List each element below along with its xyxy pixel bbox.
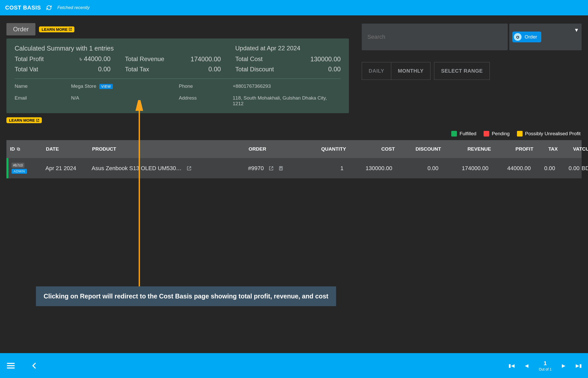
th-vat[interactable]: VAT — [558, 146, 582, 152]
search-input[interactable] — [362, 24, 508, 50]
monthly-button[interactable]: MONTHLY — [391, 62, 430, 80]
phone-value: +8801767366293 — [233, 83, 341, 89]
learn-more-button-bottom[interactable]: LEARN MORE — [6, 117, 42, 123]
total-discount-label: Total Discount — [235, 66, 274, 73]
annotation-arrow-icon — [135, 100, 143, 290]
pager-first-icon[interactable]: ▮◀ — [508, 363, 515, 369]
open-product-icon[interactable] — [187, 166, 191, 171]
annotation-callout: Clicking on Report will redirect to the … — [36, 286, 336, 306]
total-cost-label: Total Cost — [235, 55, 263, 63]
product-name: Asus Zenbook S13 OLED UM530… — [92, 165, 182, 172]
possibly-swatch — [517, 131, 523, 137]
total-revenue-label: Total Revenue — [125, 55, 164, 63]
open-order-icon[interactable] — [269, 166, 273, 171]
type-chip: O Order — [512, 32, 541, 42]
store-name: Mega Store — [71, 83, 96, 89]
th-revenue[interactable]: REVENUE — [441, 146, 491, 152]
legend-possibly: Possibly Unrealised Profit — [525, 131, 581, 137]
page-title: COST BASIS — [5, 4, 41, 11]
cell-tax: 0.00 — [532, 165, 556, 172]
copy-icon — [16, 147, 21, 151]
type-select[interactable]: O Order ▼ — [509, 24, 582, 50]
view-store-button[interactable]: VIEW — [99, 84, 113, 89]
th-order[interactable]: ORDER — [249, 146, 305, 152]
svg-rect-1 — [17, 148, 19, 150]
refresh-icon[interactable] — [46, 5, 52, 11]
orders-table: ID DATE PRODUCT ORDER QUANTITY COST DISC… — [6, 140, 582, 178]
tab-order[interactable]: Order — [6, 23, 35, 35]
total-tax-label: Total Tax — [125, 66, 149, 73]
svg-point-7 — [280, 169, 280, 169]
external-link-icon — [36, 119, 39, 122]
th-tax[interactable]: TAX — [533, 146, 558, 152]
table-header-row: ID DATE PRODUCT ORDER QUANTITY COST DISC… — [6, 140, 582, 158]
svg-point-5 — [281, 168, 281, 169]
fulfilled-swatch — [451, 131, 457, 137]
cell-quantity: 1 — [303, 165, 345, 172]
filter-pane: O Order ▼ DAILY MONTHLY SELECT RANGE — [362, 23, 582, 123]
pager-number: 1 — [539, 360, 552, 367]
total-revenue-value: 174000.00 — [191, 55, 235, 63]
name-label: Name — [15, 83, 71, 89]
type-chip-text: Order — [525, 34, 537, 40]
svg-rect-3 — [280, 167, 282, 168]
pending-swatch — [484, 131, 489, 137]
cell-product: Asus Zenbook S13 OLED UM530… — [91, 165, 247, 172]
order-number: #9970 — [248, 165, 264, 172]
th-id[interactable]: ID — [10, 146, 46, 152]
total-tax-value: 0.00 — [208, 65, 235, 73]
email-value: N/A — [71, 95, 179, 106]
legend-pending: Pending — [492, 131, 510, 137]
legend-fulfilled: Fulfilled — [459, 131, 476, 137]
bottom-bar: ▮◀ ◀ 1 Out of 1 ▶ ▶▮ — [0, 353, 588, 378]
table-row[interactable]: #b7c0 ADMIN Apr 21 2024 Asus Zenbook S13… — [6, 158, 582, 178]
total-profit-value: ৳ 44000.00 — [80, 55, 125, 63]
phone-label: Phone — [179, 83, 233, 89]
pager-out-of: Out of 1 — [539, 367, 552, 371]
address-label: Address — [179, 95, 233, 106]
th-discount[interactable]: DISCOUNT — [395, 146, 441, 152]
svg-point-9 — [281, 169, 282, 169]
back-icon[interactable] — [31, 362, 38, 369]
pager-prev-icon[interactable]: ◀ — [525, 363, 528, 369]
summary-title: Calculated Summary with 1 entries — [15, 45, 235, 52]
learn-more-label-2: LEARN MORE — [9, 118, 35, 122]
total-vat-label: Total Vat — [15, 66, 38, 73]
pager-last-icon[interactable]: ▶▮ — [576, 363, 582, 369]
pager-next-icon[interactable]: ▶ — [562, 363, 565, 369]
total-profit-label: Total Profit — [15, 55, 44, 63]
email-label: Email — [15, 95, 71, 106]
cell-discount: 0.00 — [393, 165, 439, 172]
cell-date: Apr 21 2024 — [44, 165, 91, 172]
type-chip-initial: O — [514, 33, 522, 41]
cell-revenue: 174000.00 — [439, 165, 489, 172]
chevron-down-icon: ▼ — [574, 27, 579, 33]
daily-button[interactable]: DAILY — [362, 62, 391, 80]
th-product[interactable]: PRODUCT — [92, 146, 249, 152]
cell-id: #b7c0 ADMIN — [8, 163, 44, 174]
select-range-button[interactable]: SELECT RANGE — [434, 62, 490, 80]
th-profit[interactable]: PROFIT — [491, 146, 533, 152]
learn-more-button-top[interactable]: LEARN MORE — [39, 26, 74, 32]
menu-icon[interactable] — [6, 361, 15, 370]
th-currency[interactable]: CURRENCY — [582, 146, 588, 152]
svg-point-6 — [281, 168, 282, 169]
th-date[interactable]: DATE — [46, 146, 92, 152]
th-quantity[interactable]: QUANTITY — [305, 146, 346, 152]
range-segment: DAILY MONTHLY — [362, 62, 430, 80]
learn-more-label: LEARN MORE — [42, 27, 67, 32]
calculator-icon[interactable] — [279, 166, 283, 171]
cell-vat: 0.00 — [556, 165, 581, 172]
updated-at-text: Updated at Apr 22 2024 — [235, 45, 341, 52]
svg-rect-0 — [18, 148, 20, 150]
th-cost[interactable]: COST — [346, 146, 395, 152]
svg-point-4 — [280, 168, 280, 169]
admin-badge: ADMIN — [12, 169, 27, 174]
fetched-status-text: Fetched recently — [57, 5, 90, 10]
th-id-text: ID — [10, 146, 15, 152]
cell-cost: 130000.00 — [345, 165, 393, 172]
cell-profit: 44000.00 — [489, 165, 532, 172]
total-cost-value: 130000.00 — [310, 55, 341, 63]
total-vat-value: 0.00 — [98, 65, 125, 73]
row-id-pill: #b7c0 — [12, 163, 24, 168]
